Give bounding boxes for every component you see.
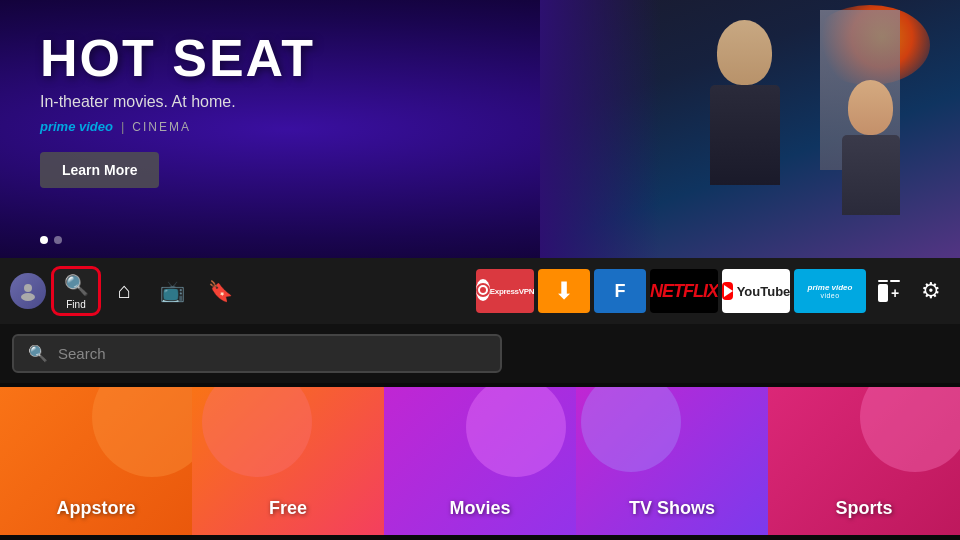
live-tv-button[interactable]: 📺	[150, 269, 194, 313]
tile-blob-movies	[466, 387, 566, 477]
person2-head	[848, 80, 893, 135]
hero-dot-1[interactable]	[40, 236, 48, 244]
hero-gradient	[540, 0, 660, 258]
all-apps-button[interactable]: +	[870, 269, 908, 313]
cinema-label: CINEMA	[132, 120, 191, 134]
avatar[interactable]	[10, 273, 46, 309]
grid-cell-plus: +	[890, 284, 900, 302]
tile-blob-sports	[860, 387, 960, 472]
hero-brand: prime video | CINEMA	[40, 119, 315, 134]
grid-cell-3	[878, 284, 888, 302]
grid-icon: +	[878, 280, 900, 302]
home-button[interactable]: ⌂	[102, 269, 146, 313]
hero-content: HOT SEAT In-theater movies. At home. pri…	[40, 30, 315, 188]
watchlist-button[interactable]: 🔖	[198, 269, 242, 313]
category-appstore-label: Appstore	[56, 498, 135, 519]
downloader-app[interactable]: ⬇	[538, 269, 590, 313]
search-bar-icon: 🔍	[28, 344, 48, 363]
bookmark-icon: 🔖	[208, 279, 233, 303]
category-free-label: Free	[269, 498, 307, 519]
category-sports-label: Sports	[835, 498, 892, 519]
hero-subtitle: In-theater movies. At home.	[40, 93, 315, 111]
expressvpn-logo	[476, 279, 490, 301]
expressvpn-app[interactable]: ExpressVPN	[476, 269, 534, 313]
person1-body	[710, 85, 780, 185]
prime-logo: prime video	[40, 119, 113, 134]
hero-banner: HOT SEAT In-theater movies. At home. pri…	[0, 0, 960, 258]
netflix-app[interactable]: NETFLIX	[650, 269, 718, 313]
search-bar[interactable]: 🔍 Search	[12, 334, 502, 373]
category-tvshows-label: TV Shows	[629, 498, 715, 519]
navbar: 🔍 Find ⌂ 📺 🔖 ExpressVPN ⬇ F NETFLIX YouT…	[0, 258, 960, 324]
find-label: Find	[66, 299, 85, 310]
home-icon: ⌂	[117, 278, 130, 304]
category-movies-label: Movies	[449, 498, 510, 519]
app2-icon: F	[615, 281, 626, 302]
category-appstore[interactable]: Appstore	[0, 387, 192, 535]
find-button[interactable]: 🔍 Find	[54, 269, 98, 313]
settings-button[interactable]: ⚙	[912, 269, 950, 313]
category-sports[interactable]: Sports	[768, 387, 960, 535]
tile-blob-tvshows	[581, 387, 681, 472]
brand-divider: |	[121, 119, 124, 134]
learn-more-button[interactable]: Learn More	[40, 152, 159, 188]
live-icon: 📺	[160, 279, 185, 303]
person2-body	[842, 135, 900, 215]
hero-dot-2[interactable]	[54, 236, 62, 244]
youtube-app[interactable]: YouTube	[722, 269, 790, 313]
grid-cell-2	[890, 280, 900, 282]
vpn-logo-inner	[476, 283, 490, 297]
download-icon: ⬇	[554, 277, 574, 305]
svg-point-0	[24, 284, 32, 292]
svg-point-1	[21, 293, 35, 301]
netflix-label: NETFLIX	[650, 281, 718, 302]
categories-row: Appstore Free Movies TV Shows Sports	[0, 387, 960, 535]
youtube-logo	[722, 282, 733, 300]
tile-blob-free	[202, 387, 312, 477]
prime-video-sublabel: video	[820, 292, 839, 299]
prime-text: prime video	[40, 119, 113, 134]
search-input-placeholder: Search	[58, 345, 106, 362]
person2-figure	[848, 80, 900, 215]
person1-head	[717, 20, 772, 85]
search-icon: 🔍	[64, 273, 89, 297]
person1-figure	[717, 20, 780, 185]
category-movies[interactable]: Movies	[384, 387, 576, 535]
hero-dots	[40, 236, 62, 244]
youtube-label: YouTube	[737, 284, 790, 299]
youtube-play-icon	[724, 285, 733, 297]
category-tvshows[interactable]: TV Shows	[576, 387, 768, 535]
prime-video-app[interactable]: prime video video	[794, 269, 866, 313]
hero-title: HOT SEAT	[40, 30, 315, 87]
gear-icon: ⚙	[921, 278, 941, 304]
expressvpn-label: ExpressVPN	[490, 287, 534, 296]
firetv-app2[interactable]: F	[594, 269, 646, 313]
grid-cell-1	[878, 280, 888, 282]
tile-blob-appstore	[92, 387, 192, 477]
prime-video-label: prime video	[808, 283, 853, 292]
search-section: 🔍 Search	[0, 324, 960, 383]
hero-image	[540, 0, 960, 258]
category-free[interactable]: Free	[192, 387, 384, 535]
